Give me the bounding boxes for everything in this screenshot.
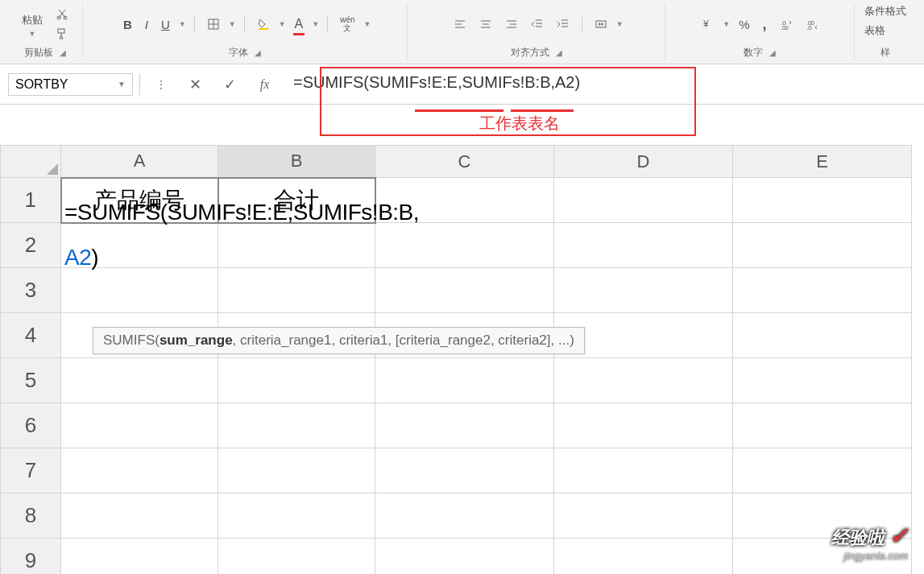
cell-c5[interactable] (375, 358, 554, 403)
col-header-a[interactable]: A (61, 146, 218, 178)
format-painter-icon[interactable] (52, 25, 73, 43)
spreadsheet-grid: A B C D E 1 产品编号 合计 2 3 (0, 145, 924, 574)
col-header-e[interactable]: E (733, 146, 912, 178)
cell-d7[interactable] (554, 448, 733, 493)
bold-button[interactable]: B (119, 15, 136, 34)
svg-text:¥: ¥ (702, 19, 709, 30)
cell-d6[interactable] (554, 403, 733, 448)
cell-b6[interactable] (218, 403, 375, 448)
font-group: B I U▼ ▼ ▼ A▼ wén文▼ 字体◢ (83, 4, 408, 60)
row-header-6[interactable]: 6 (1, 403, 61, 448)
select-all-corner[interactable] (1, 146, 61, 178)
alignment-launcher-icon[interactable]: ◢ (556, 48, 562, 57)
underline-2 (511, 109, 574, 112)
cell-a8[interactable] (61, 493, 218, 539)
font-launcher-icon[interactable]: ◢ (255, 48, 261, 57)
table-format-button[interactable]: 表格 (864, 23, 885, 38)
annotation-label: 工作表表名 (479, 113, 560, 134)
italic-button[interactable]: I (141, 15, 152, 34)
clipboard-label: 剪贴板 (24, 46, 53, 60)
row-header-5[interactable]: 5 (1, 358, 61, 403)
accept-formula-button[interactable]: ✓ (216, 73, 244, 96)
row-header-3[interactable]: 3 (1, 268, 61, 313)
number-launcher-icon[interactable]: ◢ (769, 48, 776, 57)
cell-d5[interactable] (554, 358, 733, 403)
svg-text:.0: .0 (806, 24, 812, 31)
col-header-b[interactable]: B (218, 146, 375, 178)
cell-d2[interactable] (554, 223, 733, 268)
fill-color-button[interactable] (253, 15, 274, 33)
watermark: 经验啦 ✓ jingyanla.com (831, 522, 908, 562)
col-header-c[interactable]: C (375, 146, 554, 178)
paste-button[interactable]: 粘贴 (18, 10, 47, 30)
cancel-formula-button[interactable]: ✕ (181, 73, 209, 96)
decrease-decimal-icon[interactable]: .00.0 (802, 15, 822, 33)
cell-e6[interactable] (733, 403, 912, 448)
cut-icon[interactable] (52, 6, 73, 23)
number-label: 数字 (744, 46, 763, 60)
cell-d9[interactable] (554, 539, 733, 575)
align-center-icon[interactable] (475, 15, 496, 33)
cell-b7[interactable] (218, 448, 375, 493)
conditional-format-button[interactable]: 条件格式 (864, 4, 906, 19)
row-header-1[interactable]: 1 (1, 178, 61, 223)
cell-c6[interactable] (375, 403, 554, 448)
row-header-4[interactable]: 4 (1, 313, 61, 358)
cell-c7[interactable] (375, 448, 554, 493)
row-header-8[interactable]: 8 (1, 493, 61, 539)
col-header-d[interactable]: D (554, 146, 733, 178)
increase-indent-icon[interactable] (553, 15, 574, 33)
row-header-7[interactable]: 7 (1, 448, 61, 493)
align-left-icon[interactable] (450, 15, 470, 33)
cell-e2[interactable] (733, 223, 912, 268)
ribbon: 粘贴 ▼ 剪贴板◢ B I U▼ ▼ ▼ A▼ wén文▼ 字体◢ (0, 0, 924, 64)
function-tooltip[interactable]: SUMIFS(sum_range, criteria_range1, crite… (93, 327, 585, 354)
cell-c8[interactable] (375, 493, 554, 539)
clipboard-group: 粘贴 ▼ 剪贴板◢ (8, 4, 83, 60)
formula-input[interactable]: =SUMIFS(SUMIFs!E:E,SUMIFs!B:B,A2) (285, 73, 916, 96)
cell-e4[interactable] (733, 313, 912, 358)
row-header-2[interactable]: 2 (1, 223, 61, 268)
cell-b5[interactable] (218, 358, 375, 403)
cell-e3[interactable] (733, 268, 912, 313)
row-header-9[interactable]: 9 (1, 539, 61, 575)
check-icon: ✓ (889, 523, 908, 548)
cell-e1[interactable] (733, 178, 912, 223)
styles-group: 条件格式 表格 样 (855, 4, 916, 60)
increase-decimal-icon[interactable]: .0.00 (776, 15, 797, 33)
name-box[interactable]: SORTBY ▼ (8, 73, 133, 96)
cell-d8[interactable] (554, 493, 733, 539)
cell-a7[interactable] (61, 448, 218, 493)
in-cell-formula[interactable]: =SUMIFS(SUMIFs!E:E,SUMIFs!B:B, A2) (64, 190, 419, 280)
cell-d1[interactable] (554, 178, 733, 223)
cell-b9[interactable] (218, 539, 375, 575)
font-color-button[interactable]: A (291, 14, 308, 34)
svg-text:.00: .00 (781, 25, 789, 31)
cell-c9[interactable] (375, 539, 554, 575)
border-button[interactable] (203, 15, 224, 33)
decrease-indent-icon[interactable] (527, 15, 548, 33)
comma-button[interactable]: , (758, 14, 770, 35)
currency-button[interactable]: ¥ (697, 15, 718, 33)
underline-button[interactable]: U (157, 15, 174, 34)
name-box-dropdown-icon[interactable]: ▼ (118, 80, 126, 89)
align-right-icon[interactable] (501, 15, 522, 33)
percent-button[interactable]: % (735, 15, 753, 34)
alignment-group: ▼ 对齐方式◢ (408, 4, 665, 60)
expand-bar-icon[interactable]: ⋮ (147, 73, 175, 96)
clipboard-launcher-icon[interactable]: ◢ (60, 48, 66, 57)
alignment-label: 对齐方式 (511, 46, 549, 60)
cell-e5[interactable] (733, 358, 912, 403)
underline-1 (415, 109, 503, 112)
formula-bar: SORTBY ▼ ⋮ ✕ ✓ fx =SUMIFS(SUMIFs!E:E,SUM… (0, 64, 924, 105)
cell-a9[interactable] (61, 539, 218, 575)
merge-cells-icon[interactable] (590, 15, 611, 33)
cell-e7[interactable] (733, 448, 912, 493)
cell-a5[interactable] (61, 358, 218, 403)
pinyin-button[interactable]: wén文 (336, 14, 358, 35)
cell-d3[interactable] (554, 268, 733, 313)
number-group: ¥▼ % , .0.00 .00.0 数字◢ (665, 4, 855, 60)
cell-b8[interactable] (218, 493, 375, 539)
fx-button[interactable]: fx (251, 73, 279, 96)
cell-a6[interactable] (61, 403, 218, 448)
